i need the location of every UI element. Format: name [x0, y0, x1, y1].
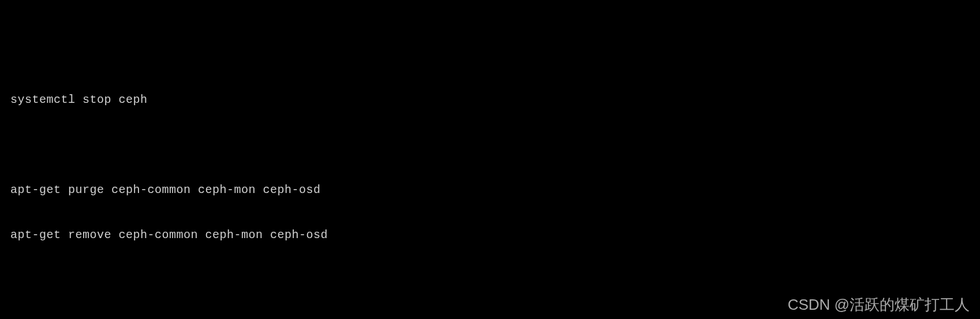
terminal-line	[10, 273, 970, 288]
terminal-line	[10, 138, 970, 153]
watermark-text: CSDN @活跃的煤矿打工人	[788, 297, 970, 312]
terminal-output[interactable]: systemctl stop ceph apt-get purge ceph-c…	[10, 62, 970, 319]
terminal-line: apt-get purge ceph-common ceph-mon ceph-…	[10, 183, 970, 198]
terminal-line: systemctl stop ceph	[10, 92, 970, 107]
terminal-line: apt-get remove ceph-common ceph-mon ceph…	[10, 228, 970, 243]
